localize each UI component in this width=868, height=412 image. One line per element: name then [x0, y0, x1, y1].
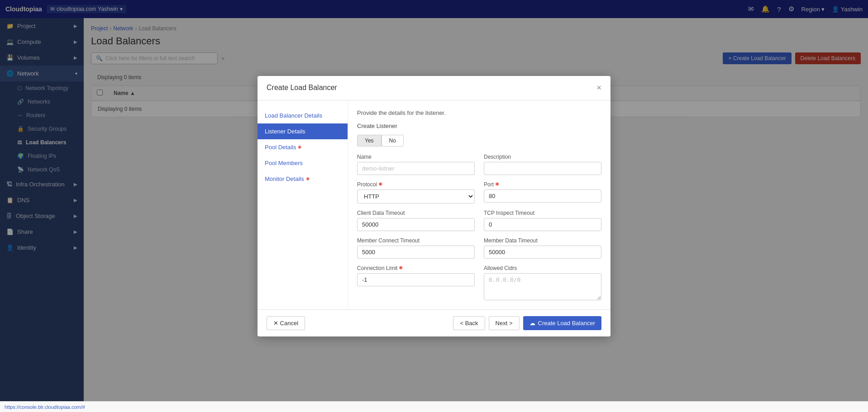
- modal-steps: Load Balancer Details Listener Details P…: [258, 100, 348, 309]
- cancel-button[interactable]: ✕ Cancel: [267, 316, 305, 330]
- step-monitor-details[interactable]: Monitor Details ✱: [258, 171, 348, 187]
- required-star-monitor: ✱: [306, 176, 310, 181]
- protocol-select[interactable]: HTTP HTTPS TCP UDP: [357, 189, 475, 204]
- name-input[interactable]: [357, 162, 475, 175]
- port-label: Port ✱: [484, 181, 601, 188]
- member-connect-label: Member Connect Timeout: [357, 237, 475, 244]
- modal-title: Create Load Balancer: [267, 84, 337, 92]
- create-button[interactable]: ☁ Create Load Balancer: [523, 316, 601, 330]
- allowed-cidrs-label: Allowed Cidrs: [484, 265, 601, 271]
- modal-header: Create Load Balancer ×: [258, 76, 610, 100]
- form-group-member-data: Member Data Timeout: [484, 237, 601, 259]
- form-group-description: Description: [484, 154, 601, 175]
- form-group-allowed-cidrs: Allowed Cidrs: [484, 265, 601, 300]
- form-group-name: Name: [357, 154, 475, 175]
- step-listener-details[interactable]: Listener Details: [258, 123, 348, 139]
- status-bar: https://console.blr.cloudtopiaa.com/#: [0, 401, 868, 412]
- connection-limit-input[interactable]: [357, 273, 475, 286]
- member-data-label: Member Data Timeout: [484, 237, 601, 244]
- name-label: Name: [357, 154, 475, 160]
- client-timeout-input[interactable]: [357, 218, 475, 231]
- form-group-member-connect: Member Connect Timeout: [357, 237, 475, 259]
- back-button[interactable]: < Back: [453, 316, 485, 330]
- cloud-icon: ☁: [529, 320, 535, 327]
- modal-overlay: Create Load Balancer × Load Balancer Det…: [0, 0, 868, 412]
- port-required-star: ✱: [495, 181, 499, 187]
- client-timeout-label: Client Data Timeout: [357, 210, 475, 216]
- modal-footer: ✕ Cancel < Back Next > ☁ Create Load Bal…: [258, 309, 610, 336]
- modal-body: Load Balancer Details Listener Details P…: [258, 100, 610, 309]
- form-group-connection-limit: Connection Limit ✱: [357, 265, 475, 300]
- create-load-balancer-modal: Create Load Balancer × Load Balancer Det…: [258, 76, 610, 336]
- toggle-yes-button[interactable]: Yes: [357, 135, 382, 147]
- footer-right: < Back Next > ☁ Create Load Balancer: [453, 316, 601, 330]
- step-load-balancer-details[interactable]: Load Balancer Details: [258, 108, 348, 123]
- member-data-input[interactable]: [484, 246, 601, 259]
- create-listener-toggle: Yes No: [357, 135, 601, 147]
- modal-form-content: Provide the details for the listener. Cr…: [348, 100, 610, 309]
- tcp-timeout-label: TCP Inspect Timeout: [484, 210, 601, 216]
- step-pool-members[interactable]: Pool Members: [258, 155, 348, 171]
- protocol-required-star: ✱: [378, 181, 382, 187]
- form-group-port: Port ✱: [484, 181, 601, 204]
- form-group-protocol: Protocol ✱ HTTP HTTPS TCP UDP: [357, 181, 475, 204]
- modal-close-button[interactable]: ×: [596, 83, 601, 93]
- step-pool-details[interactable]: Pool Details ✱: [258, 139, 348, 155]
- modal-description: Provide the details for the listener.: [357, 109, 601, 116]
- connection-limit-label: Connection Limit ✱: [357, 265, 475, 271]
- toggle-no-button[interactable]: No: [382, 135, 404, 147]
- status-url: https://console.blr.cloudtopiaa.com/#: [5, 404, 85, 410]
- form-group-tcp-timeout: TCP Inspect Timeout: [484, 210, 601, 231]
- form-group-client-timeout: Client Data Timeout: [357, 210, 475, 231]
- member-connect-input[interactable]: [357, 246, 475, 259]
- allowed-cidrs-textarea[interactable]: [484, 273, 601, 300]
- listener-form: Name Description Protocol ✱: [357, 154, 601, 300]
- description-input[interactable]: [484, 162, 601, 175]
- tcp-timeout-input[interactable]: [484, 218, 601, 231]
- port-input[interactable]: [484, 189, 601, 203]
- description-label: Description: [484, 154, 601, 160]
- protocol-label: Protocol ✱: [357, 181, 475, 188]
- next-button[interactable]: Next >: [489, 316, 520, 330]
- connection-required-star: ✱: [399, 265, 403, 271]
- create-listener-label: Create Listener: [357, 123, 601, 129]
- required-star: ✱: [298, 145, 301, 150]
